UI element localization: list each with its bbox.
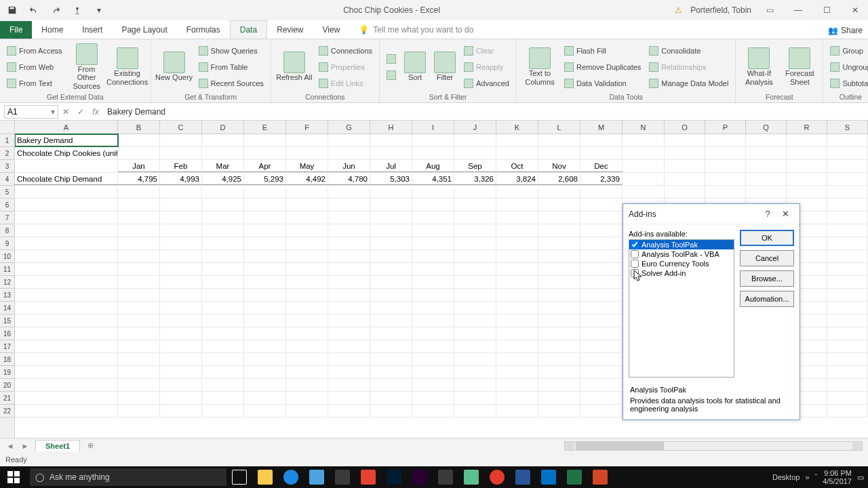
row-header[interactable]: 1 — [0, 134, 14, 147]
forecast-sheet-button[interactable]: Forecast Sheet — [781, 43, 818, 91]
cell[interactable] — [15, 211, 118, 224]
cell[interactable] — [160, 211, 202, 224]
cell[interactable] — [787, 147, 827, 159]
powerpoint-icon[interactable] — [587, 466, 613, 488]
row-header[interactable]: 12 — [0, 276, 14, 289]
cell[interactable] — [580, 289, 623, 301]
cell[interactable] — [286, 379, 328, 391]
cell[interactable] — [328, 340, 370, 352]
cell[interactable] — [746, 160, 787, 172]
cell[interactable] — [118, 224, 160, 237]
edit-links-button[interactable]: Edit Links — [316, 76, 375, 91]
browse-button[interactable]: Browse... — [740, 270, 794, 287]
cell[interactable] — [244, 211, 286, 224]
cell[interactable] — [454, 211, 496, 224]
cell[interactable] — [15, 237, 118, 249]
group-button[interactable]: Group — [827, 43, 868, 58]
cell[interactable] — [412, 263, 454, 275]
cell[interactable] — [244, 199, 286, 211]
cell[interactable] — [538, 250, 580, 262]
row-header[interactable]: 7 — [0, 211, 14, 224]
outlook-icon[interactable] — [536, 466, 561, 488]
cell[interactable] — [827, 405, 868, 417]
cell[interactable] — [496, 405, 538, 417]
cell[interactable]: 4,925 — [202, 173, 244, 185]
cell[interactable] — [412, 314, 454, 327]
screencast-icon[interactable] — [458, 466, 484, 488]
cell[interactable] — [412, 276, 454, 288]
cell[interactable] — [118, 263, 160, 275]
cell[interactable] — [160, 392, 202, 404]
cell[interactable] — [580, 276, 623, 288]
cell[interactable] — [580, 405, 623, 417]
row-header[interactable]: 17 — [0, 340, 14, 353]
cell[interactable] — [202, 224, 244, 237]
cell[interactable] — [244, 224, 286, 237]
cell[interactable] — [160, 405, 202, 417]
cell[interactable] — [454, 302, 496, 314]
cell[interactable] — [580, 199, 623, 211]
cell[interactable] — [202, 276, 244, 288]
fx-icon[interactable]: fx — [88, 107, 103, 117]
addins-listbox[interactable]: Analysis ToolPakAnalysis ToolPak - VBAEu… — [629, 239, 734, 378]
cell[interactable] — [202, 379, 244, 391]
cell[interactable]: Aug — [412, 160, 454, 172]
from-web-button[interactable]: From Web — [4, 60, 65, 75]
col-header[interactable]: E — [244, 121, 286, 134]
cell[interactable] — [623, 134, 665, 146]
row-headers[interactable]: 12345678910111213141516171819202122 — [0, 121, 15, 438]
cell[interactable] — [538, 211, 580, 224]
cell[interactable] — [370, 147, 412, 159]
calculator-icon[interactable] — [330, 466, 355, 488]
cell[interactable] — [118, 237, 160, 249]
cell[interactable] — [15, 366, 118, 378]
cell[interactable] — [496, 263, 538, 275]
cell[interactable] — [15, 199, 118, 211]
cell[interactable] — [580, 134, 623, 146]
cell[interactable] — [286, 366, 328, 378]
cell[interactable] — [244, 186, 286, 198]
cell[interactable] — [160, 353, 202, 365]
cell[interactable] — [370, 366, 412, 378]
cell[interactable] — [160, 366, 202, 378]
tray-up-icon[interactable]: ˆ — [815, 473, 818, 481]
cell[interactable] — [623, 147, 665, 159]
cell[interactable] — [827, 263, 868, 275]
cell[interactable] — [328, 405, 370, 417]
redo-icon[interactable] — [46, 2, 65, 18]
cell[interactable] — [827, 186, 868, 198]
row-header[interactable]: 6 — [0, 199, 14, 211]
cell[interactable]: 5,293 — [244, 173, 286, 185]
cell[interactable]: 2,608 — [538, 173, 580, 185]
cell[interactable] — [705, 160, 746, 172]
cell[interactable] — [118, 186, 160, 198]
cell[interactable] — [412, 353, 454, 365]
row-header[interactable]: 9 — [0, 237, 14, 250]
minimize-icon[interactable]: — — [788, 2, 808, 18]
cell[interactable] — [538, 340, 580, 352]
tab-insert[interactable]: Insert — [73, 21, 112, 39]
cell[interactable] — [328, 302, 370, 314]
addin-item[interactable]: Analysis ToolPak - VBA — [629, 249, 734, 259]
cell[interactable] — [496, 340, 538, 352]
cell[interactable]: Chocolate Chip Cookies (units) — [15, 147, 118, 159]
cell[interactable] — [412, 366, 454, 378]
cell[interactable] — [328, 147, 370, 159]
cell[interactable] — [202, 353, 244, 365]
cell[interactable]: 4,492 — [286, 173, 328, 185]
cell[interactable] — [244, 327, 286, 340]
cell[interactable] — [286, 392, 328, 404]
row-header[interactable]: 20 — [0, 379, 14, 392]
select-all-cell[interactable] — [0, 121, 14, 134]
cell[interactable] — [787, 160, 827, 172]
enter-formula-icon[interactable]: ✓ — [73, 107, 88, 117]
cell[interactable] — [15, 379, 118, 391]
cell[interactable] — [370, 199, 412, 211]
cell[interactable] — [454, 314, 496, 327]
todoist-icon[interactable] — [355, 466, 381, 488]
cell[interactable]: May — [286, 160, 328, 172]
cell[interactable] — [286, 314, 328, 327]
col-header[interactable]: D — [202, 121, 244, 134]
cell[interactable] — [496, 199, 538, 211]
cell[interactable] — [202, 250, 244, 262]
